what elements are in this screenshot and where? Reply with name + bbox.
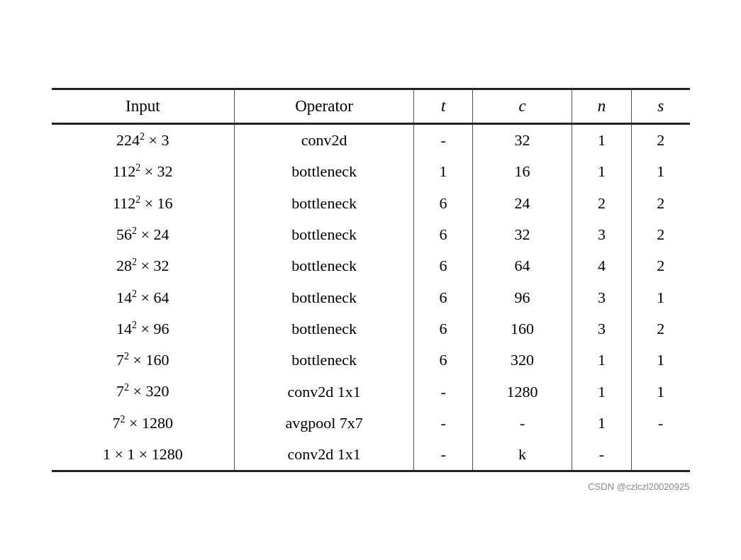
cell-t: 6 <box>414 219 473 250</box>
cell-t: 6 <box>414 313 473 345</box>
cell-t: - <box>414 376 473 407</box>
cell-n: 1 <box>572 156 632 187</box>
col-header-t: t <box>414 89 473 123</box>
table-row: 72 × 320conv2d 1x1-128011 <box>52 376 690 407</box>
cell-s: 2 <box>631 250 689 281</box>
cell-input: 2242 × 3 <box>52 123 235 156</box>
watermark: CSDN @czlczl20020925 <box>588 481 689 492</box>
cell-input: 282 × 32 <box>52 250 235 281</box>
cell-operator: bottleneck <box>235 282 414 313</box>
col-header-s: s <box>631 89 689 123</box>
cell-operator: bottleneck <box>235 188 414 219</box>
cell-c: 96 <box>473 282 572 313</box>
cell-c: 16 <box>473 156 572 187</box>
table-container: Input Operator t c n s 2242 × 3conv2d-32… <box>52 88 690 472</box>
cell-n: 2 <box>572 188 632 219</box>
cell-c: 32 <box>473 123 572 156</box>
cell-c: 64 <box>473 250 572 281</box>
cell-t: 6 <box>414 282 473 313</box>
col-header-operator: Operator <box>235 89 414 123</box>
cell-n: 4 <box>572 250 632 281</box>
cell-operator: conv2d 1x1 <box>235 376 414 407</box>
cell-operator: bottleneck <box>235 250 414 281</box>
cell-n: 3 <box>572 219 632 250</box>
cell-s: 2 <box>631 219 689 250</box>
cell-n: 3 <box>572 313 632 345</box>
cell-s: 1 <box>631 345 689 376</box>
table-row: 72 × 160bottleneck632011 <box>52 345 690 376</box>
table-row: 562 × 24bottleneck63232 <box>52 219 690 250</box>
col-header-input: Input <box>52 89 235 123</box>
cell-c: 1280 <box>473 376 572 407</box>
cell-s <box>631 439 689 471</box>
cell-operator: avgpool 7x7 <box>235 408 414 439</box>
cell-c: 24 <box>473 188 572 219</box>
architecture-table: Input Operator t c n s 2242 × 3conv2d-32… <box>52 88 690 472</box>
cell-input: 72 × 160 <box>52 345 235 376</box>
cell-n: 1 <box>572 123 632 156</box>
cell-input: 1122 × 16 <box>52 188 235 219</box>
table-row: 142 × 64bottleneck69631 <box>52 282 690 313</box>
col-header-n: n <box>572 89 632 123</box>
cell-input: 72 × 320 <box>52 376 235 407</box>
cell-operator: conv2d <box>235 123 414 156</box>
cell-c: k <box>473 439 572 471</box>
table-row: 1122 × 32bottleneck11611 <box>52 156 690 187</box>
cell-c: - <box>473 408 572 439</box>
cell-t: 1 <box>414 156 473 187</box>
cell-operator: bottleneck <box>235 219 414 250</box>
cell-t: 6 <box>414 345 473 376</box>
cell-t: 6 <box>414 188 473 219</box>
cell-input: 72 × 1280 <box>52 408 235 439</box>
table-row: 2242 × 3conv2d-3212 <box>52 123 690 156</box>
cell-n: 1 <box>572 376 632 407</box>
cell-s: - <box>631 408 689 439</box>
cell-input: 142 × 96 <box>52 313 235 345</box>
cell-n: 1 <box>572 408 632 439</box>
cell-s: 2 <box>631 188 689 219</box>
cell-operator: bottleneck <box>235 313 414 345</box>
cell-s: 1 <box>631 156 689 187</box>
cell-c: 160 <box>473 313 572 345</box>
cell-t: - <box>414 123 473 156</box>
cell-s: 1 <box>631 282 689 313</box>
cell-t: - <box>414 408 473 439</box>
cell-c: 320 <box>473 345 572 376</box>
cell-t: 6 <box>414 250 473 281</box>
cell-s: 2 <box>631 123 689 156</box>
cell-c: 32 <box>473 219 572 250</box>
cell-operator: bottleneck <box>235 345 414 376</box>
cell-input: 562 × 24 <box>52 219 235 250</box>
cell-operator: conv2d 1x1 <box>235 439 414 471</box>
cell-s: 2 <box>631 313 689 345</box>
cell-n: 3 <box>572 282 632 313</box>
table-row: 282 × 32bottleneck66442 <box>52 250 690 281</box>
cell-n: 1 <box>572 345 632 376</box>
col-header-c: c <box>473 89 572 123</box>
table-row: 72 × 1280avgpool 7x7--1- <box>52 408 690 439</box>
table-row: 1122 × 16bottleneck62422 <box>52 188 690 219</box>
table-row: 142 × 96bottleneck616032 <box>52 313 690 345</box>
cell-input: 142 × 64 <box>52 282 235 313</box>
table-row: 1 × 1 × 1280conv2d 1x1-k- <box>52 439 690 471</box>
cell-t: - <box>414 439 473 471</box>
cell-input: 1 × 1 × 1280 <box>52 439 235 471</box>
cell-input: 1122 × 32 <box>52 156 235 187</box>
cell-n: - <box>572 439 632 471</box>
cell-operator: bottleneck <box>235 156 414 187</box>
cell-s: 1 <box>631 376 689 407</box>
